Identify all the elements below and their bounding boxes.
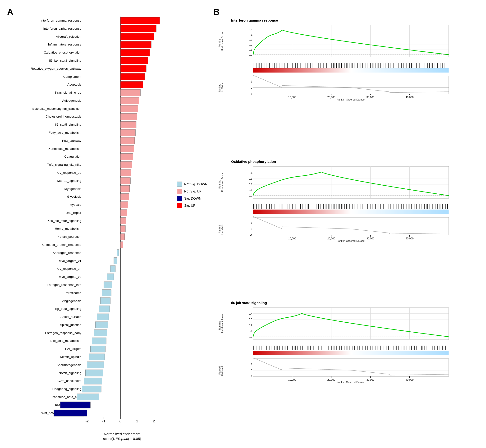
svg-rect-55 — [121, 186, 130, 192]
svg-rect-39 — [121, 121, 136, 128]
svg-text:Dna_repair: Dna_repair — [66, 211, 81, 215]
svg-text:0.5: 0.5 — [249, 29, 252, 32]
svg-rect-99 — [87, 362, 104, 368]
svg-text:Xenobiotic_metabolism: Xenobiotic_metabolism — [48, 147, 81, 151]
svg-rect-89 — [95, 322, 108, 328]
svg-text:Mtorc1_signaling: Mtorc1_signaling — [57, 179, 81, 183]
svg-text:0.0: 0.0 — [249, 53, 252, 56]
gsea-plot-1: Oxidative phosphorylationRunningEnrichme… — [213, 160, 470, 300]
svg-rect-105 — [82, 386, 101, 392]
svg-rect-97 — [89, 354, 105, 360]
legend-item-not-sig-down: Not Sig. DOWN — [177, 182, 207, 187]
svg-rect-35 — [121, 105, 138, 112]
gsea-title-1: Oxidative phosphorylation — [231, 160, 470, 164]
svg-text:0.3: 0.3 — [249, 177, 252, 180]
svg-rect-416 — [253, 308, 449, 340]
svg-text:Apical_surface: Apical_surface — [60, 315, 81, 319]
svg-rect-65 — [121, 225, 125, 232]
svg-rect-77 — [107, 273, 114, 280]
svg-text:20,000: 20,000 — [327, 237, 335, 240]
gsea-y-label-top-1: RunningEnrichment Score — [218, 176, 224, 192]
svg-rect-69 — [121, 241, 123, 248]
svg-text:Il2_stat5_signaling: Il2_stat5_signaling — [55, 123, 81, 126]
svg-rect-75 — [111, 265, 115, 272]
svg-text:0: 0 — [251, 369, 252, 372]
svg-text:Fatty_acid_metabolism: Fatty_acid_metabolism — [49, 131, 81, 134]
svg-text:Spermatogenesis: Spermatogenesis — [57, 363, 81, 367]
svg-rect-43 — [121, 137, 135, 144]
svg-text:Angiogenesis: Angiogenesis — [62, 299, 81, 303]
svg-rect-83 — [100, 298, 111, 304]
svg-text:Heme_metabolism: Heme_metabolism — [55, 227, 81, 230]
svg-text:Reactive_oxygen_species_pathwa: Reactive_oxygen_species_pathway — [31, 67, 81, 70]
svg-text:Inflammatory_response: Inflammatory_response — [48, 43, 81, 46]
svg-rect-59 — [121, 201, 128, 208]
svg-rect-67 — [121, 233, 125, 240]
svg-text:Rank in Ordered Dataset: Rank in Ordered Dataset — [336, 240, 365, 242]
svg-text:1: 1 — [251, 80, 252, 83]
svg-rect-81 — [102, 290, 111, 296]
svg-text:Epithelial_mesenchymal_transit: Epithelial_mesenchymal_transition — [32, 107, 81, 111]
svg-text:40,000: 40,000 — [406, 237, 414, 240]
svg-rect-61 — [121, 209, 127, 216]
legend-label-sig-down: Sig. DOWN — [184, 197, 201, 200]
chart-a-inner: -2-1012Interferon_gamma_responseInterfer… — [7, 16, 209, 441]
svg-rect-93 — [92, 337, 106, 344]
gsea-top-0: RunningEnrichment Score0.00.10.20.30.40.… — [213, 23, 470, 63]
svg-text:Myc_targets_v1: Myc_targets_v1 — [59, 259, 81, 263]
svg-text:Coagulation: Coagulation — [64, 155, 81, 158]
svg-rect-109 — [60, 402, 90, 408]
panel-a: A -2-1012Interferon_gamma_responseInterf… — [7, 7, 209, 441]
svg-text:0: 0 — [120, 419, 122, 423]
svg-rect-111 — [54, 410, 87, 416]
gsea-y-label-bottom-1: RankedList Metric — [218, 222, 224, 237]
svg-text:40,000: 40,000 — [406, 378, 414, 381]
svg-text:Notch_signaling: Notch_signaling — [59, 371, 81, 375]
svg-text:Hedgehog_signaling: Hedgehog_signaling — [52, 387, 81, 391]
svg-text:10,000: 10,000 — [288, 237, 296, 240]
legend-label-not-sig-down: Not Sig. DOWN — [184, 182, 207, 186]
svg-text:30,000: 30,000 — [366, 378, 375, 381]
svg-text:Kras_signaling_up: Kras_signaling_up — [55, 91, 81, 94]
gsea-top-1: RunningEnrichment Score0.00.10.20.30.4 — [213, 164, 470, 204]
svg-text:Bile_acid_metabolism: Bile_acid_metabolism — [50, 339, 81, 343]
svg-rect-57 — [121, 193, 129, 200]
svg-text:Uv_response_up: Uv_response_up — [57, 171, 81, 175]
panel-b-label: B — [213, 7, 470, 17]
legend-item-sig-up: Sig. UP — [177, 203, 207, 208]
svg-text:Interferon_alpha_response: Interferon_alpha_response — [43, 27, 81, 30]
svg-rect-45 — [121, 145, 134, 152]
svg-rect-23 — [121, 57, 148, 64]
legend-item-sig-down: Sig. DOWN — [177, 196, 207, 201]
svg-text:0.0: 0.0 — [249, 194, 252, 197]
svg-rect-31 — [121, 89, 140, 96]
x-axis-label: Normalized enrichmentscore(NES,p.adj = 0… — [73, 432, 171, 441]
legend-color-sig-down — [177, 196, 182, 201]
svg-text:1: 1 — [136, 419, 138, 423]
svg-text:Rank in Ordered Dataset: Rank in Ordered Dataset — [336, 98, 365, 101]
svg-rect-251 — [253, 76, 449, 94]
legend-color-not-sig-up — [177, 189, 182, 194]
svg-rect-101 — [85, 370, 103, 376]
svg-text:Myogenesis: Myogenesis — [64, 187, 81, 191]
svg-text:0: 0 — [251, 228, 252, 230]
svg-rect-79 — [104, 282, 112, 288]
svg-text:0.1: 0.1 — [249, 188, 252, 191]
svg-text:Peroxisome: Peroxisome — [65, 291, 81, 295]
svg-text:0.3: 0.3 — [249, 318, 252, 321]
gsea-heat-1 — [213, 204, 470, 216]
svg-rect-15 — [121, 25, 156, 32]
svg-text:0.1: 0.1 — [249, 329, 252, 332]
svg-rect-265 — [253, 166, 449, 198]
svg-rect-29 — [121, 81, 143, 88]
svg-text:20,000: 20,000 — [327, 96, 335, 99]
svg-rect-49 — [121, 161, 132, 168]
gsea-plot-2: Il6 jak stat3 signalingRunningEnrichment… — [213, 301, 470, 441]
bar-chart-svg: -2-1012Interferon_gamma_responseInterfer… — [7, 16, 209, 427]
gsea-bottom-1: RankedList Metric-10110,00020,00030,0004… — [213, 216, 470, 242]
svg-text:Tnfa_signaling_via_nfkb: Tnfa_signaling_via_nfkb — [47, 163, 81, 166]
gsea-bottom-svg-1: -10110,00020,00030,00040,000Rank in Orde… — [229, 216, 470, 242]
svg-rect-71 — [117, 250, 119, 256]
gsea-heat-2 — [213, 346, 470, 357]
svg-text:0.2: 0.2 — [249, 43, 252, 46]
